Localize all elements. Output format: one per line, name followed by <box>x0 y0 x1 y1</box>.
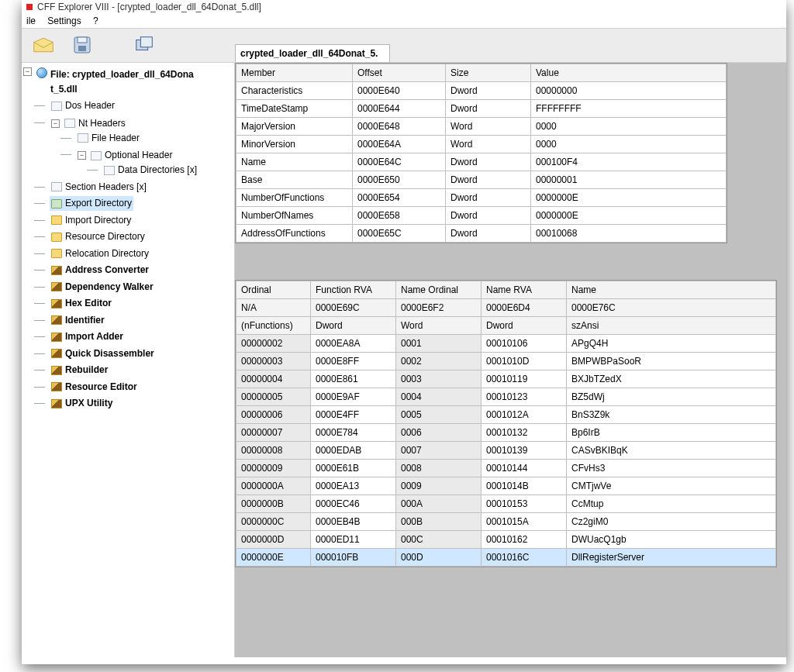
tree-collapse-icon[interactable]: − <box>23 67 32 76</box>
app-icon <box>26 4 33 10</box>
folder-icon <box>51 249 62 258</box>
svg-rect-2 <box>78 37 87 43</box>
table-row[interactable]: TimeDateStamp0000E644DwordFFFFFFFF <box>236 100 727 118</box>
table-row[interactable]: NumberOfFunctions0000E654Dword0000000E <box>236 189 727 207</box>
open-file-icon[interactable] <box>33 35 54 55</box>
tree-root[interactable]: File: crypted_loader_dll_64Dona t_5.dll <box>50 67 194 97</box>
tree-resource-editor[interactable]: Resource Editor <box>50 380 139 395</box>
tool-icon <box>51 382 62 391</box>
tool-icon <box>51 315 62 325</box>
menu-help[interactable]: ? <box>93 16 98 26</box>
toolbar: crypted_loader_dll_64Donat_5. <box>22 28 786 63</box>
tool-icon <box>51 366 62 375</box>
table-row[interactable]: MinorVersion0000E64AWord0000 <box>236 136 727 153</box>
folder-open-icon <box>51 199 62 208</box>
file-icon <box>36 67 47 78</box>
svg-rect-3 <box>78 46 86 51</box>
sheet-icon <box>104 166 115 175</box>
tool-icon <box>51 299 62 308</box>
col-member[interactable]: Member <box>236 64 353 82</box>
sheet-icon <box>91 151 102 160</box>
table-row[interactable]: 000000070000E784000600010132Bp6IrB <box>236 424 776 442</box>
col-value[interactable]: Value <box>531 64 727 82</box>
tree-file-header[interactable]: File Header <box>76 131 141 146</box>
table-row[interactable]: MajorVersion0000E648Word0000 <box>236 118 727 136</box>
sheet-icon <box>78 133 88 143</box>
table-row[interactable]: 000000040000E861000300010119BXJbTZedX <box>236 370 776 388</box>
table-row[interactable]: 000000050000E9AF000400010123BZ5dWj <box>236 388 776 406</box>
tree-identifier[interactable]: Identifier <box>50 313 106 328</box>
tree-import-adder[interactable]: Import Adder <box>50 329 125 344</box>
tool-icon <box>51 333 62 342</box>
col-ordinal[interactable]: Ordinal <box>236 281 311 299</box>
content-panel: Member Offset Size Value Characteristics… <box>235 63 786 657</box>
tool-icon <box>51 266 62 275</box>
table-row[interactable]: Characteristics0000E640Dword00000000 <box>236 82 727 100</box>
table-row[interactable]: 0000000B0000EC46000A00010153CcMtup <box>236 495 776 513</box>
table-row[interactable]: 000000030000E8FF00020001010DBMPWBPaSooR <box>236 353 776 370</box>
window-title: CFF Explorer VIII - [crypted_loader_dll_… <box>37 2 261 12</box>
tab-file[interactable]: crypted_loader_dll_64Donat_5. <box>235 44 390 62</box>
table-row[interactable]: NumberOfNames0000E658Dword0000000E <box>236 207 727 225</box>
tree-export-directory[interactable]: Export Directory <box>50 196 133 211</box>
tree-rebuilder[interactable]: Rebuilder <box>50 363 109 377</box>
tree-section-headers[interactable]: Section Headers [x] <box>50 180 148 195</box>
window-titlebar: CFF Explorer VIII - [crypted_loader_dll_… <box>22 0 786 14</box>
table-row[interactable]: Name0000E64CDword000100F4 <box>236 153 727 171</box>
tree-quick-disassembler[interactable]: Quick Disassembler <box>50 346 156 361</box>
menu-settings[interactable]: Settings <box>47 16 81 26</box>
menu-file[interactable]: ile <box>26 16 36 26</box>
tree-collapse-icon[interactable]: − <box>51 119 60 128</box>
tool-icon <box>51 349 62 358</box>
tree-address-converter[interactable]: Address Converter <box>50 263 150 277</box>
save-icon[interactable] <box>71 35 93 55</box>
col-function-rva[interactable]: Function RVA <box>311 281 396 299</box>
members-grid[interactable]: Member Offset Size Value Characteristics… <box>235 63 727 243</box>
tree-resource-directory[interactable]: Resource Directory <box>50 229 147 244</box>
sheet-icon <box>51 182 62 191</box>
folder-icon <box>51 215 62 225</box>
tree-dependency-walker[interactable]: Dependency Walker <box>50 280 155 295</box>
tool-icon <box>51 399 62 408</box>
folder-icon <box>51 233 62 242</box>
windows-icon[interactable] <box>133 35 155 55</box>
col-size[interactable]: Size <box>446 64 531 82</box>
tree-optional-header[interactable]: −Optional Header <box>76 148 174 163</box>
table-row[interactable]: 0000000A0000EA1300090001014BCMTjwVe <box>236 477 776 495</box>
tree-upx-utility[interactable]: UPX Utility <box>50 396 114 411</box>
table-row[interactable]: 000000080000EDAB000700010139CASvBKIBqK <box>236 442 776 460</box>
svg-marker-0 <box>34 38 54 52</box>
tree-import-directory[interactable]: Import Directory <box>50 213 133 228</box>
svg-rect-5 <box>140 37 152 47</box>
table-row[interactable]: 0000000D0000ED11000C00010162DWUacQ1gb <box>236 531 776 549</box>
tree-dos-header[interactable]: Dos Header <box>50 98 116 113</box>
col-offset[interactable]: Offset <box>353 64 446 82</box>
tree-hex-editor[interactable]: Hex Editor <box>50 296 113 311</box>
sheet-icon <box>51 102 62 111</box>
table-row[interactable]: 000000090000E61B000800010144CFvHs3 <box>236 460 776 477</box>
table-row[interactable]: 000000020000EA8A000100010106APgQ4H <box>236 335 776 353</box>
table-row[interactable]: 0000000C0000EB4B000B0001015ACz2giM0 <box>236 513 776 531</box>
tree-relocation-directory[interactable]: Relocation Directory <box>50 246 150 261</box>
tool-icon <box>51 282 62 291</box>
table-row[interactable]: 000000060000E4FF00050001012ABnS3Z9k <box>236 406 776 424</box>
table-row[interactable]: AddressOfFunctions0000E65CDword00010068 <box>236 225 727 243</box>
table-row[interactable]: Base0000E650Dword00000001 <box>236 171 727 189</box>
col-name[interactable]: Name <box>567 281 776 299</box>
menu-bar: ile Settings ? <box>22 14 786 28</box>
sheet-icon <box>64 119 75 128</box>
table-row[interactable]: 0000000E000010FB000D0001016CDllRegisterS… <box>236 549 776 567</box>
tree-panel: − File: crypted_loader_dll_64Dona t_5.dl… <box>22 63 235 657</box>
col-name-rva[interactable]: Name RVA <box>482 281 567 299</box>
tree-nt-headers[interactable]: −Nt Headers <box>50 116 127 131</box>
tree-data-directories[interactable]: Data Directories [x] <box>102 163 198 177</box>
exports-grid[interactable]: Ordinal Function RVA Name Ordinal Name R… <box>235 280 777 567</box>
col-name-ordinal[interactable]: Name Ordinal <box>396 281 482 299</box>
tree-collapse-icon[interactable]: − <box>78 151 86 160</box>
